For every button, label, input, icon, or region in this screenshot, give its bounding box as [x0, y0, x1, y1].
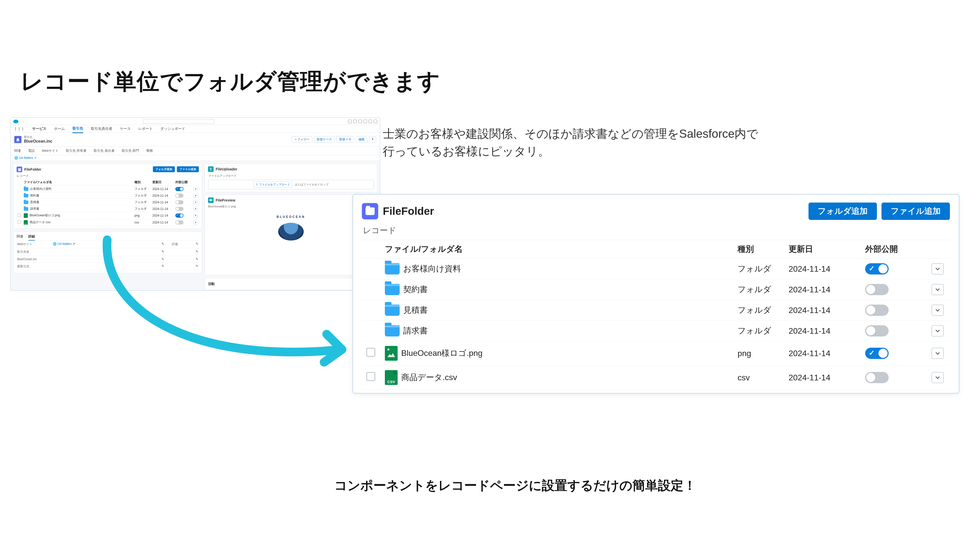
nav-dashboards[interactable]: ダッシュボード	[160, 127, 185, 131]
public-toggle[interactable]	[175, 187, 183, 191]
avatar-icon[interactable]	[374, 120, 377, 123]
tab-detail[interactable]: 詳細	[28, 234, 35, 241]
add-folder-button[interactable]: フォルダ追加	[808, 203, 877, 220]
activity-component: 活動	[205, 278, 377, 290]
bell-icon[interactable]	[369, 120, 372, 123]
row-menu-dropdown[interactable]	[932, 372, 944, 383]
public-toggle[interactable]	[175, 221, 183, 224]
uploader-icon: ⇧	[208, 166, 213, 172]
table-row[interactable]: 商品データ.csvcsv2024-11-14▾	[17, 219, 199, 226]
folder-icon	[24, 194, 28, 197]
nav-home[interactable]: ホーム	[54, 127, 65, 131]
nav-accounts[interactable]: 取引先	[73, 126, 83, 133]
table-row[interactable]: 契約書フォルダ2024-11-14	[362, 279, 950, 300]
upload-or-text: またはファイルをドロップ	[295, 183, 328, 186]
row-menu-dropdown[interactable]: ▾	[193, 200, 198, 204]
edit-pencil-icon[interactable]: ✎	[195, 242, 198, 246]
nav-reports[interactable]: レポート	[138, 127, 153, 131]
table-row[interactable]: 見積書フォルダ2024-11-14▾	[17, 199, 199, 206]
public-toggle[interactable]	[865, 284, 889, 295]
activity-title: 活動	[208, 281, 374, 287]
description-line2: 行っているお客様にピッタリ。	[383, 143, 758, 160]
table-row[interactable]: 請求書フォルダ2024-11-14▾	[17, 206, 199, 212]
table-row[interactable]: CSV商品データ.csvcsv2024-11-14	[362, 365, 950, 390]
public-toggle[interactable]	[175, 213, 183, 218]
row-menu-dropdown[interactable]	[932, 263, 944, 275]
table-row[interactable]: BlueOcean様ロゴ.pngpng2024-11-14	[362, 341, 950, 365]
table-row[interactable]: 請求書フォルダ2024-11-14	[362, 321, 950, 341]
nav-contacts[interactable]: 取引先責任者	[91, 127, 112, 131]
table-row[interactable]: お客様向け資料フォルダ2024-11-14	[362, 259, 950, 279]
row-name: BlueOcean様ロゴ.png	[401, 348, 483, 359]
row-date: 2024-11-14	[151, 192, 174, 199]
edit-pencil-icon[interactable]: ✎	[161, 250, 164, 254]
row-menu-dropdown[interactable]	[932, 284, 944, 295]
edit-pencil-icon[interactable]: ✎	[161, 264, 164, 268]
follow-button[interactable]: ＋フォロー	[291, 136, 312, 143]
col-header-type[interactable]: 種別	[735, 240, 787, 259]
table-row[interactable]: お客様向け資料フォルダ2024-11-14▾	[17, 186, 199, 192]
global-header-icons	[348, 120, 377, 123]
row-name: 契約書	[403, 284, 428, 295]
more-actions-dropdown[interactable]: ▾	[369, 136, 376, 143]
public-toggle[interactable]	[865, 372, 889, 383]
detail-row: 親取引先✎✎	[17, 263, 199, 270]
edit-pencil-icon[interactable]: ✎	[195, 264, 198, 268]
row-menu-dropdown[interactable]: ▾	[193, 207, 198, 211]
edit-pencil-icon[interactable]: ✎	[161, 257, 164, 261]
star-icon[interactable]	[348, 120, 352, 123]
row-menu-dropdown[interactable]	[932, 348, 944, 359]
website-link[interactable]: UA folders	[19, 156, 33, 160]
nav-cases[interactable]: ケース	[120, 127, 130, 131]
tab-related[interactable]: 関連	[17, 234, 23, 239]
public-toggle[interactable]	[865, 325, 889, 337]
gear-icon[interactable]	[363, 120, 367, 123]
row-type: フォルダ	[134, 186, 151, 192]
add-file-button[interactable]: ファイル追加	[881, 203, 950, 220]
table-row[interactable]: BlueOcean様ロゴ.pngpng2024-11-14▾	[17, 212, 199, 219]
row-menu-dropdown[interactable]: ▾	[193, 194, 198, 198]
new-case-button[interactable]: 新規ケース	[314, 136, 335, 143]
row-checkbox[interactable]	[366, 348, 375, 357]
filefolder-breadcrumb[interactable]: レコード	[362, 220, 950, 240]
edit-pencil-icon[interactable]: ✎	[195, 250, 198, 254]
row-menu-dropdown[interactable]	[932, 325, 944, 337]
add-folder-button-small[interactable]: フォルダ追加	[153, 166, 175, 172]
row-checkbox[interactable]	[18, 213, 21, 217]
row-menu-dropdown[interactable]	[932, 305, 944, 316]
row-type: png	[735, 341, 787, 365]
public-toggle[interactable]	[175, 207, 183, 211]
filefolder-table-small: ファイル/フォルダ名 種別 更新日 外部公開 お客様向け資料フォルダ2024-1…	[17, 179, 199, 226]
row-checkbox[interactable]	[366, 372, 375, 381]
row-menu-dropdown[interactable]: ▾	[193, 221, 198, 224]
row-checkbox[interactable]	[18, 221, 21, 224]
edit-pencil-icon[interactable]: ✎	[195, 257, 198, 261]
row-menu-dropdown[interactable]: ▾	[193, 213, 198, 218]
public-toggle[interactable]	[175, 200, 183, 204]
add-file-button-small[interactable]: ファイル追加	[177, 166, 199, 172]
edit-button[interactable]: 編集	[356, 136, 368, 143]
website-link-row: 🌐 UA folders ↗	[11, 155, 380, 161]
help-icon[interactable]	[358, 120, 362, 123]
record-highlights: 関連 電話 Webサイト 取引先 所有者 取引先 責任者 取引先 部門 業種	[11, 146, 380, 155]
public-toggle[interactable]	[865, 348, 889, 359]
upload-button[interactable]: ⇧ ファイルをアップロード	[253, 182, 292, 187]
plus-icon[interactable]	[353, 120, 357, 123]
public-toggle[interactable]	[865, 305, 889, 316]
detail-value: 🌐 UA folders ↗	[53, 242, 161, 246]
col-header-name[interactable]: ファイル/フォルダ名	[380, 240, 735, 259]
table-row[interactable]: 見積書フォルダ2024-11-14	[362, 300, 950, 321]
row-type: フォルダ	[735, 300, 787, 321]
col-header-public[interactable]: 外部公開	[863, 240, 929, 259]
table-row[interactable]: 契約書フォルダ2024-11-14▾	[17, 192, 199, 199]
col-header-date[interactable]: 更新日	[787, 240, 863, 259]
upload-dropzone[interactable]: ⇧ ファイルをアップロード またはファイルをドロップ	[208, 180, 374, 189]
row-name: 商品データ.csv	[401, 372, 457, 383]
image-file-icon	[24, 213, 28, 218]
public-toggle[interactable]	[865, 263, 889, 275]
global-search-input[interactable]	[143, 119, 215, 124]
new-note-button[interactable]: 新規メモ	[336, 136, 354, 143]
public-toggle[interactable]	[175, 194, 183, 198]
edit-pencil-icon[interactable]: ✎	[161, 242, 164, 246]
row-menu-dropdown[interactable]: ▾	[193, 187, 198, 191]
